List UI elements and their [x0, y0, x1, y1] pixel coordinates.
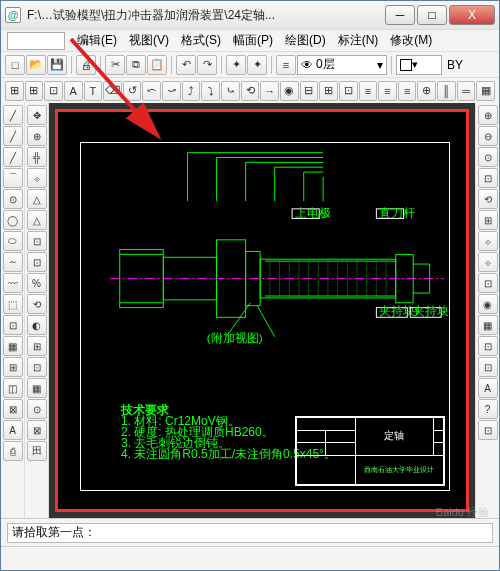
modify-tool-19[interactable]: ≡ [378, 81, 397, 101]
edit-tool-2[interactable]: ╬ [27, 147, 47, 167]
menu-view[interactable]: 视图(V) [125, 30, 173, 51]
color-dropdown[interactable]: ▾ [396, 55, 442, 75]
menu-amplitude[interactable]: 幅面(P) [229, 30, 277, 51]
edit-tool-4[interactable]: △ [27, 189, 47, 209]
modify-tool-13[interactable]: → [260, 81, 279, 101]
view-tool-8[interactable]: ⊡ [478, 273, 498, 293]
modify-tool-6[interactable]: ↺ [123, 81, 142, 101]
modify-tool-23[interactable]: ═ [457, 81, 476, 101]
open-button[interactable]: 📂 [26, 55, 46, 75]
modify-tool-20[interactable]: ≡ [398, 81, 417, 101]
edit-tool-10[interactable]: ◐ [27, 315, 47, 335]
draw-tool-1[interactable]: ╱ [3, 126, 23, 146]
modify-tool-24[interactable]: ▦ [476, 81, 495, 101]
modify-tool-14[interactable]: ◉ [280, 81, 299, 101]
draw-tool-5[interactable]: ◯ [3, 210, 23, 230]
undo-button[interactable]: ↶ [176, 55, 196, 75]
draw-tool-9[interactable]: ⬚ [3, 294, 23, 314]
cut-button[interactable]: ✂ [105, 55, 125, 75]
edit-tool-14[interactable]: ⊙ [27, 399, 47, 419]
feature2-button[interactable]: ✦ [247, 55, 267, 75]
modify-tool-5[interactable]: ⌫ [103, 81, 122, 101]
edit-tool-9[interactable]: ⟲ [27, 294, 47, 314]
menu-draw[interactable]: 绘图(D) [281, 30, 330, 51]
edit-tool-7[interactable]: ⊡ [27, 252, 47, 272]
maximize-button[interactable]: □ [417, 5, 447, 25]
modify-tool-8[interactable]: ⤻ [162, 81, 181, 101]
draw-tool-0[interactable]: ╱ [3, 105, 23, 125]
view-tool-2[interactable]: ⊙ [478, 147, 498, 167]
draw-tool-13[interactable]: ◫ [3, 378, 23, 398]
draw-tool-7[interactable]: ～ [3, 252, 23, 272]
edit-tool-8[interactable]: % [27, 273, 47, 293]
minimize-button[interactable]: ─ [385, 5, 415, 25]
print-button[interactable]: 🖨 [76, 55, 96, 75]
close-button[interactable]: X [449, 5, 495, 25]
copy-button[interactable]: ⧉ [126, 55, 146, 75]
edit-tool-3[interactable]: ⟐ [27, 168, 47, 188]
modify-tool-7[interactable]: ⤺ [142, 81, 161, 101]
edit-tool-15[interactable]: ⊠ [27, 420, 47, 440]
draw-tool-8[interactable]: 〰 [3, 273, 23, 293]
modify-tool-15[interactable]: ⊟ [300, 81, 319, 101]
draw-tool-10[interactable]: ⊡ [3, 315, 23, 335]
modify-tool-17[interactable]: ⊡ [339, 81, 358, 101]
draw-tool-16[interactable]: ⎙ [3, 441, 23, 461]
view-tool-0[interactable]: ⊕ [478, 105, 498, 125]
edit-tool-0[interactable]: ✥ [27, 105, 47, 125]
view-tool-3[interactable]: ⊡ [478, 168, 498, 188]
draw-tool-11[interactable]: ▦ [3, 336, 23, 356]
view-tool-14[interactable]: ? [478, 399, 498, 419]
draw-tool-4[interactable]: ⊙ [3, 189, 23, 209]
draw-tool-6[interactable]: ⬭ [3, 231, 23, 251]
modify-tool-10[interactable]: ⤵ [201, 81, 220, 101]
edit-tool-12[interactable]: ⊡ [27, 357, 47, 377]
edit-tool-16[interactable]: 田 [27, 441, 47, 461]
save-button[interactable]: 💾 [47, 55, 67, 75]
command-input[interactable] [7, 523, 493, 543]
modify-tool-4[interactable]: T [84, 81, 103, 101]
modify-tool-2[interactable]: ⊡ [44, 81, 63, 101]
view-tool-5[interactable]: ⊞ [478, 210, 498, 230]
view-tool-15[interactable]: ⊡ [478, 420, 498, 440]
modify-tool-11[interactable]: ⤿ [221, 81, 240, 101]
paste-button[interactable]: 📋 [147, 55, 167, 75]
modify-tool-21[interactable]: ⊕ [417, 81, 436, 101]
view-tool-9[interactable]: ◉ [478, 294, 498, 314]
draw-tool-2[interactable]: ╱ [3, 147, 23, 167]
edit-tool-11[interactable]: ⊞ [27, 336, 47, 356]
modify-tool-22[interactable]: ║ [437, 81, 456, 101]
view-tool-12[interactable]: ⊡ [478, 357, 498, 377]
draw-tool-3[interactable]: ⌒ [3, 168, 23, 188]
drawing-canvas-area[interactable]: 上电极 直刀杆 夹持块I 夹持块II (附加视图) 技术要求 1. 材料: Cr [49, 103, 475, 518]
layer-dropdown[interactable]: 👁 0层 ▾ [297, 55, 387, 75]
view-tool-11[interactable]: ⊡ [478, 336, 498, 356]
view-tool-1[interactable]: ⊖ [478, 126, 498, 146]
modify-tool-12[interactable]: ⟲ [241, 81, 260, 101]
edit-tool-1[interactable]: ⊕ [27, 126, 47, 146]
view-tool-4[interactable]: ⟲ [478, 189, 498, 209]
redo-button[interactable]: ↷ [197, 55, 217, 75]
edit-tool-13[interactable]: ▦ [27, 378, 47, 398]
file-menu-placeholder[interactable] [7, 32, 65, 50]
modify-tool-9[interactable]: ⤴ [182, 81, 201, 101]
view-tool-13[interactable]: A [478, 378, 498, 398]
draw-tool-14[interactable]: ⊠ [3, 399, 23, 419]
new-button[interactable]: □ [5, 55, 25, 75]
feature-button[interactable]: ✦ [226, 55, 246, 75]
menu-edit[interactable]: 编辑(E) [73, 30, 121, 51]
modify-tool-1[interactable]: ⊞ [25, 81, 44, 101]
view-tool-10[interactable]: ▦ [478, 315, 498, 335]
layer-button[interactable]: ≡ [276, 55, 296, 75]
edit-tool-5[interactable]: △ [27, 210, 47, 230]
view-tool-6[interactable]: ⟐ [478, 231, 498, 251]
view-tool-7[interactable]: ⟐ [478, 252, 498, 272]
modify-tool-0[interactable]: ⊞ [5, 81, 24, 101]
draw-tool-15[interactable]: A [3, 420, 23, 440]
modify-tool-3[interactable]: A [64, 81, 83, 101]
modify-tool-18[interactable]: ≡ [359, 81, 378, 101]
edit-tool-6[interactable]: ⊡ [27, 231, 47, 251]
modify-tool-16[interactable]: ⊞ [319, 81, 338, 101]
draw-tool-12[interactable]: ⊞ [3, 357, 23, 377]
menu-format[interactable]: 格式(S) [177, 30, 225, 51]
